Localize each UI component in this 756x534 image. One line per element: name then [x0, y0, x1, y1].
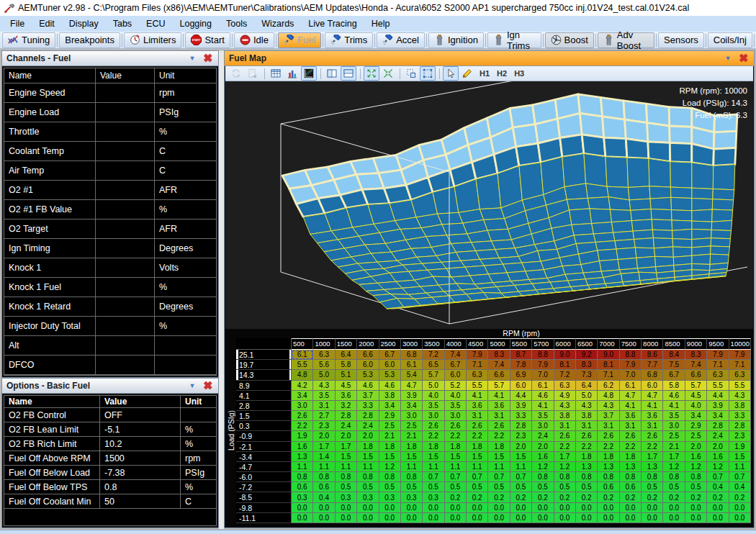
- rpm-column-header[interactable]: 8000: [642, 338, 663, 350]
- fuel-cell[interactable]: 0.0: [532, 513, 554, 523]
- fuel-cell[interactable]: 0.0: [729, 513, 751, 523]
- fuel-cell[interactable]: 3.1: [554, 421, 576, 431]
- toolbar-button-boost[interactable]: Boost: [545, 32, 594, 48]
- fuel-cell[interactable]: 1.1: [510, 462, 532, 472]
- fuel-cell[interactable]: 0.0: [642, 503, 663, 513]
- fuel-cell[interactable]: 7.9: [532, 360, 554, 370]
- fuel-cell[interactable]: 7.8: [510, 360, 532, 370]
- fuel-cell[interactable]: 2.8: [357, 411, 379, 421]
- fuel-cell[interactable]: 2.2: [467, 431, 488, 441]
- fuel-cell[interactable]: 1.3: [598, 462, 619, 472]
- cell-value[interactable]: [96, 220, 155, 238]
- fuel-cell[interactable]: 4.1: [488, 391, 510, 401]
- cell-value[interactable]: 50: [100, 494, 181, 508]
- fuel-cell[interactable]: 1.8: [467, 442, 488, 452]
- fuel-cell[interactable]: 7.4: [685, 360, 707, 370]
- fuel-cell[interactable]: 4.3: [729, 391, 751, 401]
- fuel-cell[interactable]: 0.5: [663, 482, 685, 492]
- column-header-name[interactable]: Name: [4, 396, 100, 407]
- fuel-cell[interactable]: 0.5: [554, 482, 576, 492]
- cursor-icon[interactable]: [443, 66, 459, 81]
- fuel-cell[interactable]: 7.9: [620, 360, 642, 370]
- toolbar-button-trims[interactable]: Trims: [325, 32, 373, 48]
- rpm-column-header[interactable]: 6500: [576, 338, 598, 350]
- fuel-cell[interactable]: 1.8: [488, 442, 510, 452]
- refresh-icon[interactable]: [228, 66, 244, 81]
- rpm-column-header[interactable]: 1000: [313, 338, 335, 350]
- fuel-cell[interactable]: 0.5: [488, 482, 510, 492]
- fuel-cell[interactable]: 1.1: [401, 462, 423, 472]
- fuel-cell[interactable]: 1.3: [292, 452, 313, 462]
- fuel-cell[interactable]: 1.5: [401, 452, 423, 462]
- fuel-cell[interactable]: 3.6: [488, 401, 510, 411]
- fuel-cell[interactable]: 1.6: [707, 452, 729, 462]
- fuel-cell[interactable]: 0.8: [685, 472, 707, 482]
- fuel-cell[interactable]: 0.8: [620, 472, 642, 482]
- table-row[interactable]: Knock 1 RetardDegrees: [4, 297, 216, 317]
- export-icon[interactable]: [245, 66, 261, 81]
- toolbar-button-accel[interactable]: Accel: [377, 32, 425, 48]
- fuel-cell[interactable]: 0.2: [598, 492, 619, 502]
- fuel-cell[interactable]: 0.8: [313, 472, 335, 482]
- fuel-cell[interactable]: 0.2: [445, 492, 467, 502]
- fuel-cell[interactable]: 1.6: [292, 442, 313, 452]
- fuel-cell[interactable]: 1.8: [357, 442, 379, 452]
- fuel-cell[interactable]: 0.5: [379, 482, 401, 492]
- fuel-cell[interactable]: 0.0: [620, 503, 642, 513]
- rpm-column-header[interactable]: 6000: [554, 338, 576, 350]
- cell-value[interactable]: [96, 200, 155, 219]
- fuel-cell[interactable]: 1.5: [357, 452, 379, 462]
- fuel-cell[interactable]: 2.6: [598, 431, 619, 441]
- fuel-cell[interactable]: 2.2: [292, 421, 313, 431]
- split-horizontal-icon[interactable]: [341, 66, 356, 81]
- toolbar-button-ignition[interactable]: Ignition: [428, 32, 484, 48]
- fuel-cell[interactable]: 3.2: [336, 401, 357, 411]
- fuel-cell[interactable]: 1.9: [292, 431, 313, 441]
- fuel-cell[interactable]: 4.3: [313, 381, 335, 391]
- fuel-cell[interactable]: 5.7: [685, 381, 707, 391]
- fuel-cell[interactable]: 0.0: [401, 503, 423, 513]
- cell-value[interactable]: [96, 142, 155, 160]
- load-row-header[interactable]: -0.9: [236, 431, 292, 441]
- fuel-cell[interactable]: 1.6: [532, 452, 554, 462]
- fuel-cell[interactable]: 7.5: [663, 360, 685, 370]
- fuel-cell[interactable]: 2.5: [663, 431, 685, 441]
- fuel-cell[interactable]: 0.0: [467, 503, 488, 513]
- fuel-cell[interactable]: 1.2: [532, 462, 554, 472]
- rpm-column-header[interactable]: 1500: [336, 338, 357, 350]
- fuel-cell[interactable]: 2.1: [379, 431, 401, 441]
- table-row[interactable]: Fuel Off Coolant Min50C: [4, 494, 216, 509]
- table-row[interactable]: O2 #1AFR: [4, 181, 216, 200]
- fuel-cell[interactable]: 3.9: [707, 401, 729, 411]
- fuel-cell[interactable]: 0.5: [401, 482, 423, 492]
- fuel-cell[interactable]: 1.8: [445, 442, 467, 452]
- toolbar-button-breakpoints[interactable]: Breakpoints: [59, 32, 120, 48]
- load-row-header[interactable]: -3.4: [236, 452, 292, 462]
- fuel-cell[interactable]: 2.2: [423, 431, 444, 441]
- fuel-cell[interactable]: 2.8: [510, 421, 532, 431]
- fuel-cell[interactable]: 0.3: [401, 492, 423, 502]
- collapse-icon[interactable]: ▼: [184, 382, 201, 389]
- fuel-cell[interactable]: 6.6: [357, 350, 379, 360]
- fuel-cell[interactable]: 1.1: [488, 462, 510, 472]
- fuel-cell[interactable]: 2.6: [445, 421, 467, 431]
- fuel-cell[interactable]: 0.0: [685, 503, 707, 513]
- fuel-cell[interactable]: 0.7: [510, 472, 532, 482]
- fuel-cell[interactable]: 4.4: [510, 391, 532, 401]
- fuel-cell[interactable]: 3.6: [642, 411, 663, 421]
- fuel-cell[interactable]: 0.5: [357, 482, 379, 492]
- fuel-cell[interactable]: 4.8: [598, 391, 619, 401]
- fuel-cell[interactable]: 2.0: [685, 442, 707, 452]
- menu-item-edit[interactable]: Edit: [32, 17, 62, 31]
- fuel-cell[interactable]: 2.0: [336, 431, 357, 441]
- fuel-cell[interactable]: 2.5: [685, 431, 707, 441]
- fuel-cell[interactable]: 1.5: [467, 452, 488, 462]
- table-row[interactable]: Fuel Off Below Load-7.38PSIg: [4, 466, 216, 480]
- fuel-cell[interactable]: 5.2: [445, 381, 467, 391]
- fuel-cell[interactable]: 0.0: [663, 503, 685, 513]
- fuel-cell[interactable]: 0.0: [357, 503, 379, 513]
- fuel-cell[interactable]: 1.8: [576, 452, 598, 462]
- fuel-cell[interactable]: 0.3: [292, 492, 313, 502]
- fuel-cell[interactable]: 0.0: [620, 513, 642, 523]
- fuel-cell[interactable]: 5.3: [357, 370, 379, 380]
